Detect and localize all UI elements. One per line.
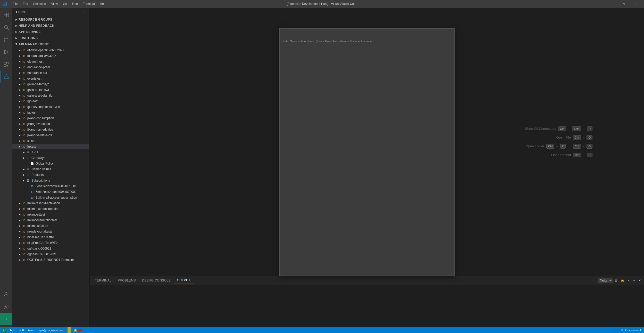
tree-item-subscriptions[interactable]: ▶ ☰ Subscriptions [12,178,89,183]
tree-item-ninaFreeCertTestNE[interactable]: ▶ ⊙ ninaFreeCertTestNE [12,234,89,240]
tree-item-kjoshi[interactable]: ▶ ⊙ kjoshi [12,138,89,144]
activity-run[interactable] [0,46,12,58]
status-azure-account[interactable]: Azure: nupiu@microsoft.com [27,327,65,333]
panel-lock-icon[interactable]: 🔒 [620,278,625,283]
minimize-button[interactable]: — [606,0,618,8]
menu-go[interactable]: Go [61,2,69,6]
tree-item-igordevportaltestservice[interactable]: ▶ ⊙ igordevportaltestservice [12,104,89,110]
tree-item-igo-east[interactable]: ▶ ⊙ igo-east [12,98,89,104]
tree-item-global-policy[interactable]: ▶ 📄 Global Policy [12,161,89,166]
tree-item-apis[interactable]: ▶ ☰ APIs [12,149,89,155]
panel-close-icon[interactable]: ✕ [637,278,642,283]
tree-item-lrptest[interactable]: ▶ ⊙ lrptest [12,144,89,149]
tree-item-galin-os-family2[interactable]: ▶ ⊙ galin-os-family2 [12,81,89,87]
section-resource-groups[interactable]: ▶ RESOURCE GROUPS [12,16,89,23]
tree-item-sub1[interactable]: ▶ ⊡ 5eba2ecb2dd9e40061070001 [12,183,89,189]
status-warnings[interactable]: ⚠ 0 [18,327,25,333]
menu-edit[interactable]: Edit [21,2,30,6]
tree-item-newdevportaltests[interactable]: ▶ ⊙ newdevportaltests [12,229,89,234]
tree-item-mkimtestfailure-1[interactable]: ▶ ⊙ mkimtestfailure-1 [12,223,89,229]
tree-item-df-developersku[interactable]: ▶ ⊙ df-developersku-06032021 [12,47,89,53]
tree-item-jikang-consumption[interactable]: ▶ ⊙ jikang-consumption [12,115,89,121]
svg-marker-9 [5,50,8,54]
tree-item-galin-os-family3[interactable]: ▶ ⊙ galin-os-family3 [12,87,89,93]
menu-terminal[interactable]: Terminal [81,2,97,6]
activity-azure[interactable] [0,71,12,83]
activity-remote[interactable]:  [0,313,12,325]
section-help-feedback[interactable]: ▶ HELP AND FEEDBACK [12,23,89,29]
item-label-jikang-namedvalue: jikang-namedvalue [27,128,53,131]
tree-item-mkimconsumptiontest[interactable]: ▶ ⊙ mkimconsumptiontest [12,217,89,223]
activity-source-control[interactable] [0,33,12,46]
item-label-global-policy: Global Policy [36,162,54,165]
section-api-management-label: API MANAGEMENT [19,42,49,46]
tree-item-mkimcerttest[interactable]: ▶ ⊙ mkimcerttest [12,212,89,217]
tree-item-jikang-validate-Z3[interactable]: ▶ ⊙ jikang-validate-Z3 [12,132,89,138]
tab-debug-console[interactable]: DEBUG CONSOLE [139,277,174,284]
menu-selection[interactable]: Selection [31,2,48,6]
tree-item-products[interactable]: ▶ ☰ Products [12,172,89,178]
subscription-name-input[interactable] [280,29,454,38]
tree-item-mkim-test-bvt-activation[interactable]: ▶ ⊙ mkim-test-bvt-activation [12,200,89,206]
api-management-icon: ⊙ [22,99,26,104]
activity-settings[interactable] [0,301,12,313]
tree-item-mkim-test-consumption[interactable]: ▶ ⊙ mkim-test-consumption [12,206,89,212]
section-api-management[interactable]: ▶ API MANAGEMENT [12,41,89,47]
chevron-right-icon: ▶ [18,54,22,58]
panel-list-icon[interactable]: ☰ [614,278,618,283]
tab-terminal[interactable]: TERMINAL [92,277,115,284]
tab-problems[interactable]: PROBLEMS [115,277,139,284]
tree-item-named-values[interactable]: ▶ ☰ Named values [12,166,89,172]
tree-item-galin-test-osfamily[interactable]: ▶ ⊙ galin-test-osfamily [12,93,89,98]
api-management-icon: ⊙ [22,207,26,211]
tree-item-endurance-std[interactable]: ▶ ⊙ endurance-std [12,70,89,76]
tree-item-df-standard[interactable]: ▶ ⊙ df-standard-06032021 [12,53,89,59]
panel-chevron-up-icon[interactable]: ∧ [626,278,631,283]
tree-item-ogf-eastus-06032021-premium[interactable]: ▶ ⊙ OGF-EastUS-06032021-Premium [12,257,89,263]
tree-item-ogf-eastus-06012021[interactable]: ▶ ⊙ ogf-eastus-06012021 [12,251,89,257]
tree-item-ogf-basic-060921[interactable]: ▶ ⊙ ogf-basic-060921 [12,246,89,251]
tree-item-sub3[interactable]: ▶ ⊡ Built-in all-access subscription [12,195,89,200]
sidebar-content[interactable]: ▶ RESOURCE GROUPS ▶ HELP AND FEEDBACK ▶ … [12,16,89,327]
status-info[interactable]: ℹ [68,327,71,333]
maximize-button[interactable]: ◻ [618,0,630,8]
tree-item-sub2[interactable]: ▶ ⊡ 5eba2ecc2dd9e40061070002 [12,189,89,195]
activity-account[interactable] [0,288,12,301]
sidebar-more-actions[interactable]: ··· [82,10,86,14]
menu-run[interactable]: Run [70,2,80,6]
status-errors[interactable]: ⊗ 0 [9,327,15,333]
status-notification[interactable]: 🔔 1 [73,327,83,333]
tree-item-ninaFreeCertTestWE2[interactable]: ▶ ⊙ ninaFreeCertTestWE2 [12,240,89,246]
notification-badge: 1 [78,329,82,332]
tab-output[interactable]: OUTPUT [174,277,194,284]
status-no-environment[interactable]: No Environment [620,327,642,333]
tree-item-eventstest[interactable]: ▶ ⊙ eventstest [12,76,89,81]
sidebar: AZURE ··· ▶ RESOURCE GROUPS ▶ HELP AND F… [12,8,90,327]
window-title: [Extension Development Host] - Visual St… [287,2,357,6]
no-environment-label: No Environment [621,329,641,332]
menu-file[interactable]: File [11,2,20,6]
api-management-icon: ⊙ [22,48,26,53]
item-label-sub2: 5eba2ecc2dd9e40061070002 [36,190,77,194]
tree-item-jikang-namedvalue[interactable]: ▶ ⊙ jikang-namedvalue [12,127,89,132]
panel-chevron-down-icon[interactable]: ∨ [632,278,636,283]
status-remote-indicator[interactable]: ⇄ [2,327,6,333]
activity-search[interactable] [0,21,12,33]
tree-item-endurance-prem[interactable]: ▶ ⊙ endurance-prem [12,64,89,70]
task-selector[interactable]: Tasks [598,278,613,283]
section-app-service[interactable]: ▶ APP SERVICE [12,29,89,35]
tree-item-jikang-eventGrid[interactable]: ▶ ⊙ jikang-eventGrid [12,121,89,127]
chevron-right-icon: ▶ [22,156,26,160]
chevron-right-icon: ▶ [18,105,22,109]
tree-item-gateways[interactable]: ▶ ☰ Gateways [12,155,89,161]
close-button[interactable]: ✕ [630,0,641,8]
svg-point-7 [7,38,8,39]
tree-item-elbarnit-test[interactable]: ▶ ⊙ elbarnit-test [12,59,89,64]
activity-extensions[interactable] [0,58,12,71]
section-functions[interactable]: ▶ FUNCTIONS [12,35,89,41]
chevron-right-icon: ▶ [18,252,22,256]
activity-explorer[interactable] [0,9,12,21]
menu-view[interactable]: View [49,2,60,6]
tree-item-igotest[interactable]: ▶ ⊙ igotest [12,110,89,115]
menu-help[interactable]: Help [98,2,108,6]
